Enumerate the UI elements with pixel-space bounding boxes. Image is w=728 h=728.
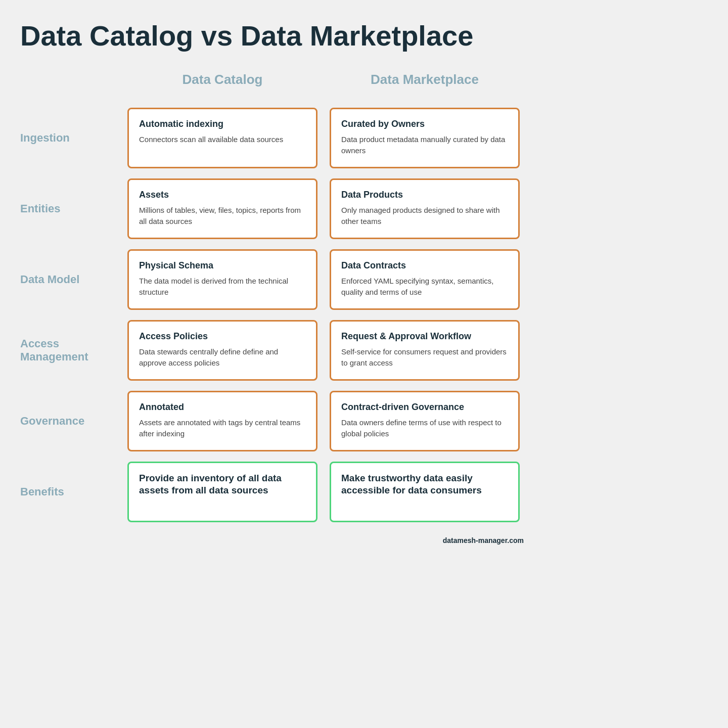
catalog-card-1: AssetsMillions of tables, view, files, t… [127,178,317,239]
row-label-4: Governance [20,386,121,457]
catalog-card-title-5: Provide an inventory of all data assets … [139,472,306,497]
marketplace-card-title-1: Data Products [341,189,508,201]
catalog-cell-5: Provide an inventory of all data assets … [121,457,324,527]
marketplace-cell-5: Make trustworthy data easily accessible … [324,457,526,527]
marketplace-cell-4: Contract-driven GovernanceData owners de… [324,386,526,457]
catalog-card-desc-3: Data stewards centrally define define an… [139,346,306,369]
marketplace-card-3: Request & Approval WorkflowSelf-service … [330,320,520,381]
row-label-1: Entities [20,173,121,244]
marketplace-card-desc-4: Data owners define terms of use with res… [341,417,508,440]
marketplace-card-title-0: Curated by Owners [341,118,508,130]
marketplace-cell-0: Curated by OwnersData product metadata m… [324,103,526,173]
marketplace-card-title-5: Make trustworthy data easily accessible … [341,472,508,497]
catalog-card-2: Physical SchemaThe data model is derived… [127,249,317,310]
catalog-card-title-2: Physical Schema [139,260,306,271]
page-title: Data Catalog vs Data Marketplace [20,20,526,52]
marketplace-card-title-3: Request & Approval Workflow [341,331,508,342]
catalog-column-header: Data Catalog [121,72,324,103]
row-label-2: Data Model [20,244,121,315]
catalog-card-title-0: Automatic indexing [139,118,306,130]
row-label-0: Ingestion [20,103,121,173]
marketplace-cell-1: Data ProductsOnly managed products desig… [324,173,526,244]
marketplace-card-desc-1: Only managed products designed to share … [341,205,508,228]
catalog-card-5: Provide an inventory of all data assets … [127,462,317,522]
catalog-card-desc-1: Millions of tables, view, files, topics,… [139,205,306,228]
catalog-cell-0: Automatic indexingConnectors scan all av… [121,103,324,173]
marketplace-card-1: Data ProductsOnly managed products desig… [330,178,520,239]
catalog-card-desc-4: Assets are annotated with tags by centra… [139,417,306,440]
catalog-cell-4: AnnotatedAssets are annotated with tags … [121,386,324,457]
catalog-card-title-4: Annotated [139,401,306,413]
marketplace-card-4: Contract-driven GovernanceData owners de… [330,391,520,451]
catalog-cell-1: AssetsMillions of tables, view, files, t… [121,173,324,244]
marketplace-card-desc-2: Enforced YAML specifying syntax, semanti… [341,276,508,298]
col-empty-header [20,72,121,103]
marketplace-card-desc-0: Data product metadata manually curated b… [341,134,508,157]
marketplace-column-header: Data Marketplace [324,72,526,103]
marketplace-card-2: Data ContractsEnforced YAML specifying s… [330,249,520,310]
catalog-card-desc-0: Connectors scan all available data sourc… [139,134,306,146]
marketplace-cell-3: Request & Approval WorkflowSelf-service … [324,315,526,386]
row-label-5: Benefits [20,457,121,527]
catalog-card-desc-2: The data model is derived from the techn… [139,276,306,298]
marketplace-card-title-4: Contract-driven Governance [341,401,508,413]
catalog-card-4: AnnotatedAssets are annotated with tags … [127,391,317,451]
catalog-card-title-3: Access Policies [139,331,306,342]
catalog-card-3: Access PoliciesData stewards centrally d… [127,320,317,381]
catalog-card-0: Automatic indexingConnectors scan all av… [127,108,317,168]
catalog-cell-3: Access PoliciesData stewards centrally d… [121,315,324,386]
marketplace-cell-2: Data ContractsEnforced YAML specifying s… [324,244,526,315]
comparison-grid: Data Catalog Data Marketplace IngestionA… [20,72,526,527]
marketplace-card-title-2: Data Contracts [341,260,508,271]
marketplace-card-desc-3: Self-service for consumers request and p… [341,346,508,369]
catalog-card-title-1: Assets [139,189,306,201]
catalog-cell-2: Physical SchemaThe data model is derived… [121,244,324,315]
marketplace-card-5: Make trustworthy data easily accessible … [330,462,520,522]
row-label-3: Access Management [20,315,121,386]
marketplace-card-0: Curated by OwnersData product metadata m… [330,108,520,168]
footer-attribution: datamesh-manager.com [20,536,526,544]
